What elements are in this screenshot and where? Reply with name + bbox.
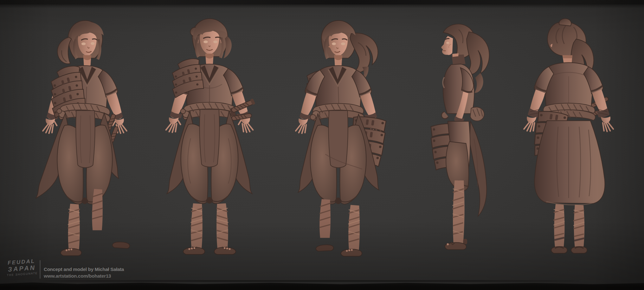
skirt: [446, 121, 486, 216]
credit-line: Concept and model by Michał Sałata: [44, 266, 124, 273]
sculpt-back-view: [513, 13, 631, 259]
top-dark-bar: [0, 0, 644, 4]
feudal-japan-logo: FEUDAL ЗAPAN THE SHOGUNATE: [6, 258, 38, 277]
neck: [83, 55, 91, 66]
figure-side-profile: [416, 13, 496, 258]
legs: [319, 199, 360, 250]
neck: [205, 54, 214, 65]
figure-three-quarter-right: [285, 14, 396, 259]
sandals: [551, 247, 587, 253]
face-profile: [441, 36, 453, 55]
sandals: [183, 247, 236, 255]
sculpt-side-profile-view: [416, 13, 496, 258]
legs: [190, 203, 228, 248]
neck: [334, 55, 342, 66]
logo-line-2: ЗAPAN: [6, 264, 38, 273]
neck-collar: [452, 53, 465, 65]
figure-back: [513, 13, 631, 259]
legs: [553, 204, 584, 247]
credit-block: Concept and model by Michał Sałata www.a…: [44, 266, 124, 279]
arm-right: [592, 89, 614, 131]
neck: [563, 55, 572, 63]
figure-front: [153, 12, 266, 259]
sculpt-three-quarter-left-view: [30, 14, 139, 259]
sculpt-three-quarter-right-view: [285, 14, 396, 259]
artstation-url: www.artstation.com/bohater13: [44, 273, 124, 279]
back-skirt: [534, 121, 605, 205]
artwork-canvas: FEUDAL ЗAPAN THE SHOGUNATE Concept and m…: [0, 0, 644, 290]
torso-back: [544, 63, 594, 109]
bottom-streak: [39, 280, 580, 281]
sculpt-front-view: [153, 12, 266, 259]
figure-three-quarter-left: [30, 14, 139, 259]
top-bar-fade: [0, 4, 644, 8]
leg: [452, 180, 465, 244]
footer-divider: [40, 260, 41, 279]
